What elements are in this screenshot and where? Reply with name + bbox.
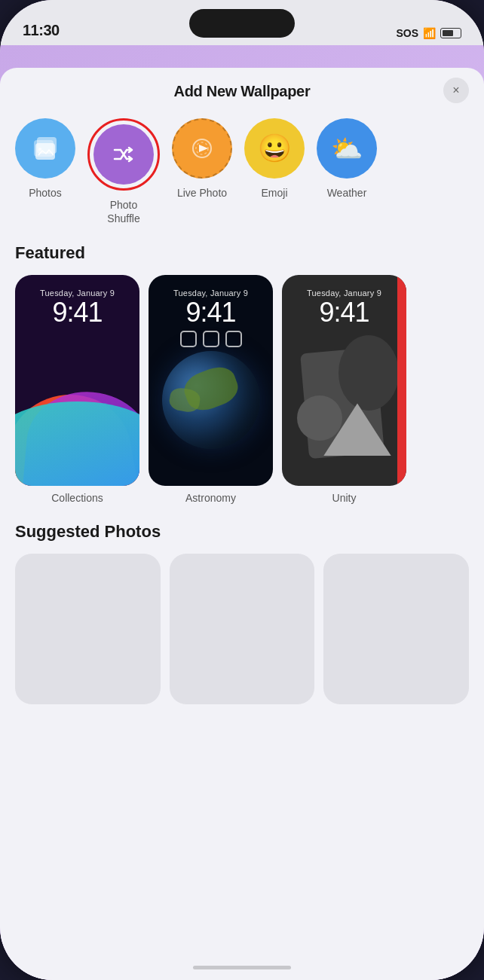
collections-clock: 9:41 [24,298,130,328]
astronomy-time-overlay: Tuesday, January 9 9:41 [149,275,273,353]
featured-card-collections[interactable]: Tuesday, January 9 9:41 Collections [15,275,139,504]
live-photo-label: Live Photo [177,186,227,200]
suggested-card-1[interactable] [15,554,161,704]
modal-title: Add New Wallpaper [174,83,311,100]
astronomy-widget-dots [158,331,264,347]
astronomy-screen: Tuesday, January 9 9:41 [149,275,273,486]
collections-screen: Tuesday, January 9 9:41 [15,275,139,486]
astronomy-date: Tuesday, January 9 [158,289,264,298]
option-photo-shuffle[interactable]: PhotoShuffle [87,118,160,225]
wallpaper-options-row: Photos [0,112,484,240]
battery-body [440,28,461,38]
weather-icon-bg: ⛅ [317,118,377,179]
dot-1 [180,331,197,347]
svg-rect-2 [35,143,55,160]
photo-shuffle-icon-bg [93,124,154,185]
suggested-photos-section: Suggested Photos [0,516,484,954]
weather-label: Weather [327,186,367,200]
wallpaper-background: Add New Wallpaper × [0,45,484,980]
wifi-icon: 📶 [423,27,436,39]
unity-background: Tuesday, January 9 9:41 [282,275,406,486]
collections-time-overlay: Tuesday, January 9 9:41 [15,275,139,334]
emoji-icon: 😀 [258,133,292,164]
wave-3 [15,401,139,486]
live-photo-icon-bg [172,118,232,179]
photos-label: Photos [29,186,62,200]
unity-time-overlay: Tuesday, January 9 9:41 [282,275,406,334]
featured-card-astronomy[interactable]: Tuesday, January 9 9:41 [149,275,273,504]
featured-section: Featured Tuesday, January 9 [0,240,484,516]
highlight-ring [87,118,160,191]
featured-title: Featured [15,243,469,263]
svg-point-3 [38,148,41,151]
photo-shuffle-label: PhotoShuffle [107,198,139,225]
close-button[interactable]: × [443,78,469,103]
featured-card-unity[interactable]: Tuesday, January 9 9:41 Unity [282,275,406,504]
earth-visual [162,351,260,449]
dynamic-island [189,9,295,38]
astronomy-label: Astronomy [185,492,236,504]
option-emoji[interactable]: 😀 Emoji [244,118,305,225]
dot-3 [225,331,242,347]
unity-clock: 9:41 [291,298,397,328]
collections-label: Collections [51,492,103,504]
unity-label: Unity [332,492,357,504]
modal-sheet: Add New Wallpaper × [0,68,484,980]
unity-screen: Tuesday, January 9 9:41 [282,275,406,486]
suggested-photos-title: Suggested Photos [15,522,469,542]
sos-indicator: SOS [396,27,418,39]
emoji-label: Emoji [261,186,287,200]
home-indicator [0,954,484,980]
option-weather[interactable]: ⛅ Weather [317,118,377,225]
collections-date: Tuesday, January 9 [24,289,130,298]
svg-marker-6 [199,145,208,152]
photos-icon-bg [15,118,75,179]
battery-fill [443,30,453,36]
phone-screen: 11:30 SOS 📶 Add New Wallpaper × [0,0,484,980]
featured-row: Tuesday, January 9 9:41 Collections [15,275,469,504]
phone-frame: 11:30 SOS 📶 Add New Wallpaper × [0,0,484,980]
modal-header: Add New Wallpaper × [0,68,484,112]
unity-shape-2 [338,335,399,411]
suggested-card-2[interactable] [170,554,315,704]
home-bar [193,966,291,969]
shuffle-icon [109,140,138,169]
emoji-icon-bg: 😀 [244,118,305,179]
dot-2 [203,331,219,347]
status-icons: SOS 📶 [396,27,461,39]
unity-shape-3 [297,395,342,441]
astronomy-background: Tuesday, January 9 9:41 [149,275,273,486]
photos-icon [31,134,60,163]
astronomy-clock: 9:41 [158,298,264,328]
status-time: 11:30 [23,22,60,39]
battery-indicator [440,28,461,38]
option-live-photo[interactable]: Live Photo [172,118,232,225]
unity-date: Tuesday, January 9 [291,289,397,298]
suggested-photos-row [15,554,469,704]
option-photos[interactable]: Photos [15,118,75,225]
collections-background: Tuesday, January 9 9:41 [15,275,139,486]
live-photo-icon [188,134,216,163]
weather-icon: ⛅ [331,133,363,163]
suggested-card-3[interactable] [323,554,469,704]
